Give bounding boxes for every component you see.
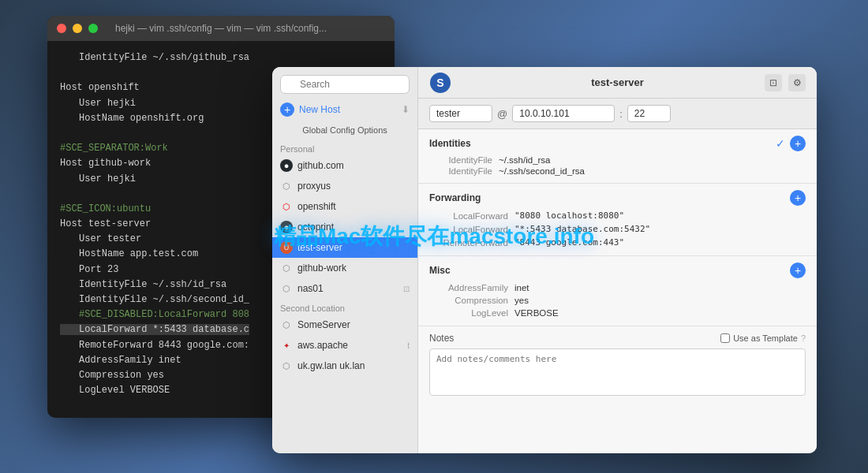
new-host-button[interactable]: + New Host ⬇ [272, 99, 417, 121]
sidebar-item-label: github.com [297, 160, 344, 171]
terminal-minimize-button[interactable] [73, 24, 82, 33]
global-config-button[interactable]: Global Config Options [272, 122, 417, 138]
sidebar-item-label: uk.gw.lan uk.lan [297, 360, 365, 371]
sidebar-item-label: nas01 [297, 283, 324, 294]
ssh-sidebar: 🔍 + New Host ⬇ Global Config Options Per… [272, 67, 418, 453]
misc-section: Misc + AddressFamily inet Compression ye… [418, 256, 817, 326]
identity-value-2: ~/.ssh/second_id_rsa [499, 166, 585, 176]
identities-title: Identities [429, 138, 471, 149]
identity-row-1: IdentityFile ~/.ssh/id_rsa [429, 155, 806, 166]
new-host-label: New Host [299, 104, 340, 115]
settings-icon-btn[interactable]: ⚙ [788, 74, 806, 91]
fw-type-2: LocalForward [429, 225, 508, 234]
sidebar-item-test-server[interactable]: U test-server [272, 237, 417, 258]
identity-row-2: IdentityFile ~/.ssh/second_id_rsa [429, 166, 806, 177]
misc-label-3: LogLevel [429, 308, 508, 318]
misc-title: Misc [429, 265, 451, 276]
forwarding-row-1: LocalForward "8080 localhost:8080" [429, 209, 806, 222]
forwarding-row-2: LocalForward "*:5433 database.com:5432" [429, 222, 806, 236]
search-input[interactable] [280, 75, 410, 94]
sidebar-item-github[interactable]: ● github.com [272, 155, 417, 176]
sidebar-item-label: aws.apache [297, 340, 348, 351]
svg-text:S: S [436, 76, 443, 89]
terminal-title: hejki — vim .ssh/config — vim — vim .ssh… [115, 23, 327, 34]
identity-label-2: IdentityFile [429, 166, 492, 176]
search-wrapper: 🔍 [280, 75, 410, 94]
fw-value-1: "8080 localhost:8080" [514, 210, 624, 221]
fw-type-3: RemoteForward [429, 238, 508, 248]
port-field[interactable] [627, 105, 671, 122]
sidebar-item-someserver[interactable]: ⬡ SomeServer [272, 315, 417, 335]
hostname-field[interactable] [512, 105, 615, 122]
forwarding-title: Forwarding [429, 192, 481, 203]
terminal-close-button[interactable] [57, 24, 66, 33]
apache-badge: t [407, 341, 410, 350]
titlebar-icons: ⊡ ⚙ [765, 74, 806, 91]
sidebar-item-uk-gw-lan[interactable]: ⬡ uk.gw.lan uk.lan [272, 356, 417, 376]
misc-value-2: yes [514, 296, 529, 305]
octoprint-icon: ● [280, 221, 293, 233]
forwarding-row-3: RemoteForward "8443 google.com:443" [429, 236, 806, 249]
sidebar-item-label: openshift [297, 201, 336, 212]
sidebar-item-label: github-work [297, 263, 346, 274]
desktop: hejki — vim .ssh/config — vim — vim .ssh… [0, 0, 868, 473]
identities-section: Identities ✓ + IdentityFile ~/.ssh/id_rs… [418, 129, 817, 184]
fw-type-1: LocalForward [429, 211, 508, 221]
misc-value-3: VERBOSE [514, 308, 559, 318]
notes-section: Notes Use as Template ? [418, 326, 817, 405]
import-icon: ⬇ [402, 104, 410, 115]
app-logo-icon: S [429, 72, 451, 94]
ubuntu-icon: U [280, 241, 293, 254]
global-config-label: Global Config Options [302, 125, 387, 135]
misc-row-2: Compression yes [429, 294, 806, 307]
colon-separator: : [619, 108, 623, 120]
use-as-template-checkbox[interactable] [720, 333, 730, 343]
sidebar-item-label: proxyus [297, 181, 331, 192]
nas-icon: ⬡ [280, 282, 293, 295]
ssh-main-content: S test-server ⊡ ⚙ @ : Id [418, 67, 817, 453]
identities-add-button[interactable]: + [790, 136, 806, 151]
misc-row-3: LogLevel VERBOSE [429, 307, 806, 319]
forwarding-add-button[interactable]: + [790, 190, 806, 206]
use-as-template-label: Use as Template [733, 333, 798, 343]
sidebar-item-openshift[interactable]: ⬡ openshift [272, 196, 417, 217]
misc-add-button[interactable]: + [790, 263, 806, 278]
sidebar-item-aws-apache[interactable]: ✦ aws.apache t [272, 335, 417, 356]
identities-verified-icon: ✓ [776, 137, 785, 150]
misc-header: Misc + [429, 263, 806, 278]
fw-value-2: "*:5433 database.com:5432" [514, 224, 650, 234]
someserver-icon: ⬡ [280, 318, 293, 331]
terminal-maximize-button[interactable] [88, 24, 98, 33]
forwarding-header: Forwarding + [429, 190, 806, 206]
notes-textarea[interactable] [429, 348, 806, 396]
sidebar-item-octoprint[interactable]: ● octoprint [272, 217, 417, 237]
section-personal-header: Personal [272, 140, 417, 155]
github-work-icon: ⬡ [280, 262, 293, 274]
main-title: test-server [591, 76, 644, 88]
ssh-app-window: 🔍 + New Host ⬇ Global Config Options Per… [272, 67, 817, 453]
main-titlebar: S test-server ⊡ ⚙ [418, 67, 817, 99]
openshift-icon: ⬡ [280, 200, 293, 213]
help-icon: ? [801, 333, 806, 343]
identity-label-1: IdentityFile [429, 155, 492, 165]
identity-value-1: ~/.ssh/id_rsa [499, 155, 551, 165]
sidebar-item-label: test-server [297, 242, 342, 253]
content-area: Identities ✓ + IdentityFile ~/.ssh/id_rs… [418, 129, 817, 449]
username-field[interactable] [429, 105, 492, 122]
window-icon-btn[interactable]: ⊡ [765, 74, 782, 91]
nas-monitor-badge: ⊡ [403, 285, 410, 293]
at-separator: @ [497, 108, 507, 120]
sidebar-search-container: 🔍 [272, 67, 417, 99]
sidebar-item-nas01[interactable]: ⬡ nas01 ⊡ [272, 278, 417, 299]
sidebar-item-github-work[interactable]: ⬡ github-work [272, 258, 417, 278]
section-second-location-header: Second Location [272, 299, 417, 315]
terminal-line: IdentityFile ~/.ssh/github_rsa [60, 50, 382, 65]
misc-label-1: AddressFamily [429, 283, 508, 292]
fw-value-3: "8443 google.com:443" [514, 237, 624, 248]
sidebar-item-proxyus[interactable]: ⬡ proxyus [272, 176, 417, 196]
misc-row-1: AddressFamily inet [429, 281, 806, 294]
notes-label: Notes [429, 333, 454, 344]
new-host-plus-icon: + [280, 102, 294, 117]
server-icon: ⬡ [280, 180, 293, 192]
sidebar-item-label: SomeServer [297, 319, 350, 330]
